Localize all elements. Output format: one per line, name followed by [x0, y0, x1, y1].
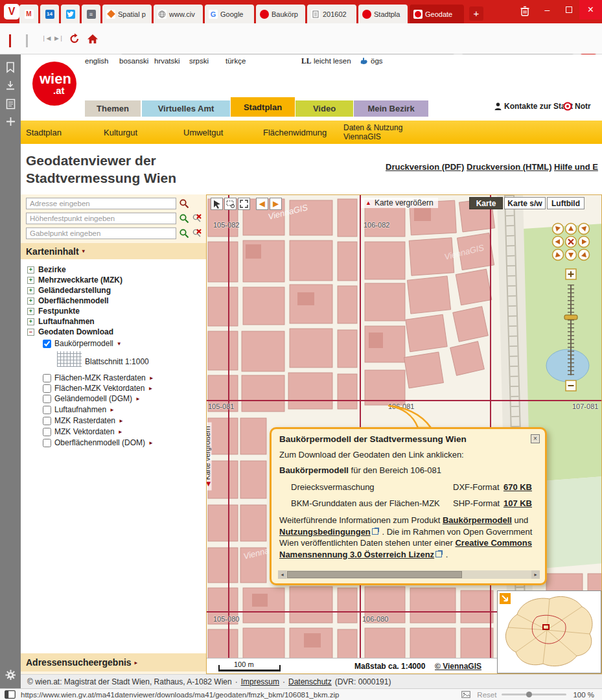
zoom-slider-handle[interactable]	[526, 692, 532, 697]
map-arrow-left-icon[interactable]: ◀	[256, 198, 268, 210]
clear-search-icon[interactable]	[192, 213, 202, 224]
tree-collapse-icon[interactable]: −	[27, 329, 34, 336]
tab-site-list[interactable]: ≡	[82, 5, 100, 23]
menu-flaechenwidmung[interactable]: Flächenwidmung	[263, 128, 327, 137]
chevron-right-icon[interactable]: ►	[119, 418, 124, 424]
lang-srpski[interactable]: srpski	[189, 57, 209, 65]
tab-themen[interactable]: Themen	[85, 100, 141, 117]
tree-item-gelaendedarstellung[interactable]: +Geländedarstellung	[27, 286, 111, 295]
view-luftbild-button[interactable]: Luftbild	[547, 197, 585, 209]
new-tab-button[interactable]: +	[469, 6, 483, 21]
panel-download-icon[interactable]	[5, 80, 16, 91]
menu-kulturgut[interactable]: Kulturgut	[104, 128, 137, 137]
close-icon[interactable]: ×	[531, 434, 540, 443]
panel-toggle-icon[interactable]	[5, 690, 16, 699]
tab-geodatenviewer-active[interactable]: Geodate	[410, 5, 464, 23]
karte-vergroessern-top[interactable]: ▲Karte vergrößern	[361, 198, 438, 208]
lang-english[interactable]: english	[85, 57, 108, 65]
clear-search-icon[interactable]	[192, 228, 202, 239]
viennagis-attribution-link[interactable]: © ViennaGIS	[435, 662, 481, 671]
lang-bosanski[interactable]: bosanski	[119, 57, 148, 65]
menu-stadtplan[interactable]: Stadtplan	[26, 128, 62, 137]
chevron-right-icon[interactable]: ►	[118, 429, 123, 435]
layer-mzk-vektor[interactable]: MZK Vektordaten►	[43, 427, 123, 436]
layer-flaechen-mzk-vektor[interactable]: Flächen-MZK Vektordaten►	[43, 384, 153, 393]
tab-google[interactable]: GGoogle	[205, 5, 254, 23]
tab-video[interactable]: Video	[295, 100, 353, 117]
reload-icon[interactable]	[69, 33, 80, 47]
chevron-right-icon[interactable]: ►	[149, 375, 154, 381]
overview-toggle-icon[interactable]	[500, 593, 511, 604]
wien-at-logo[interactable]: wien .at	[32, 62, 76, 106]
adressensuche-header[interactable]: Adressensucheergebnis▸	[21, 653, 206, 671]
tree-expand-icon[interactable]: +	[27, 318, 34, 325]
layer-baukoerpermodell[interactable]: Baukörpermodell▼	[43, 339, 122, 348]
menu-umweltgut[interactable]: Umweltgut	[183, 128, 223, 137]
zoom-slider-handle[interactable]	[564, 315, 577, 320]
download-link-shp[interactable]: 107 KB	[504, 498, 532, 508]
panel-add-icon[interactable]	[6, 117, 16, 126]
zoom-reset-button[interactable]: Reset	[477, 691, 496, 699]
tree-expand-icon[interactable]: +	[27, 287, 34, 294]
notruf-link[interactable]: Notr	[563, 102, 591, 111]
layer-checkbox[interactable]	[43, 439, 51, 447]
minimize-button[interactable]: –	[537, 0, 558, 19]
tab-spatial[interactable]: Spatial p	[102, 5, 152, 23]
oegs-link[interactable]: ögs	[371, 57, 383, 65]
baukoerpermodell-checkbox[interactable]	[43, 340, 51, 348]
tab-stadtplan[interactable]: Stadtpla	[358, 5, 408, 23]
popup-scrollbar[interactable]: ◂ ▸	[278, 570, 540, 579]
layer-checkbox[interactable]	[43, 406, 51, 414]
nutzungsbedingungen-link[interactable]: Nutzungsbedingungen	[279, 527, 371, 537]
search-icon[interactable]	[179, 213, 189, 224]
kontakte-zur-stadt-link[interactable]: Kontakte zur Stadt	[494, 102, 573, 111]
karteninhalt-header[interactable]: Karteninhalt▾	[21, 243, 206, 259]
image-icon[interactable]	[461, 691, 470, 698]
back-icon[interactable]	[9, 34, 11, 46]
layer-luftaufnahmen[interactable]: Luftaufnahmen►	[43, 405, 115, 414]
map-viewport[interactable]: ViennaGIS ViennaGIS ViennaGIS 105-082 10…	[206, 194, 602, 674]
scroll-left-icon[interactable]: ◂	[278, 570, 286, 579]
tab-www-civ[interactable]: www.civ	[154, 5, 203, 23]
zoom-box-icon[interactable]	[224, 198, 237, 210]
leicht-lesen-link[interactable]: leicht lesen	[314, 57, 351, 65]
pan-tool-icon[interactable]	[211, 198, 223, 210]
layer-checkbox[interactable]	[43, 384, 51, 393]
layer-mzk-raster[interactable]: MZK Rasterdaten►	[43, 416, 124, 425]
panel-notes-icon[interactable]	[6, 99, 16, 110]
tree-expand-icon[interactable]: +	[27, 266, 34, 274]
fastforward-icon[interactable]: ▶❘	[54, 35, 64, 41]
trash-icon[interactable]	[520, 5, 530, 19]
tab-gmail[interactable]: M	[19, 5, 38, 23]
lang-tuerkce[interactable]: türkçe	[226, 57, 246, 65]
zoom-slider-track[interactable]	[502, 694, 566, 695]
layer-flaechen-mzk-raster[interactable]: Flächen-MZK Rasterdaten►	[43, 373, 154, 382]
gabelpunkt-input[interactable]	[26, 228, 176, 239]
download-link-dxf[interactable]: 670 KB	[504, 482, 532, 492]
search-icon[interactable]	[179, 198, 189, 209]
adresse-input[interactable]	[26, 198, 176, 209]
druckversion-html-link[interactable]: Druckversion (HTML)	[467, 162, 551, 172]
chevron-right-icon[interactable]: ►	[148, 440, 154, 446]
tree-expand-icon[interactable]: +	[27, 308, 34, 315]
layer-oberflaechenmodell-dom[interactable]: Oberflächenmodell (DOM)►	[43, 438, 154, 447]
tab-mein-bezirk[interactable]: Mein Bezirk	[354, 100, 428, 117]
layer-checkbox[interactable]	[43, 395, 51, 403]
tab-twitter[interactable]	[61, 5, 80, 23]
layer-gelaendemodell[interactable]: Geländemodell (DGM)►	[43, 394, 141, 403]
compass-pad[interactable]	[553, 224, 590, 261]
chevron-right-icon[interactable]: ►	[135, 396, 141, 402]
rewind-icon[interactable]: ❘◀	[41, 35, 51, 41]
chevron-right-icon[interactable]: ►	[148, 386, 153, 391]
scroll-right-icon[interactable]: ▸	[531, 570, 540, 579]
tree-item-mzk[interactable]: +Mehrzweckkarte (MZK)	[27, 275, 122, 285]
tab-stadtplan[interactable]: Stadtplan	[231, 97, 295, 117]
vivaldi-logo[interactable]: V	[4, 4, 19, 19]
tab-document[interactable]: 201602	[307, 5, 356, 23]
layer-checkbox[interactable]	[43, 374, 51, 382]
menu-daten-nutzung[interactable]: Daten & NutzungViennaGIS	[343, 123, 402, 141]
tab-calendar[interactable]: 14	[40, 5, 59, 23]
tree-item-festpunkte[interactable]: +Festpunkte	[27, 307, 80, 316]
tab-virtuelles-amt[interactable]: Virtuelles Amt	[142, 100, 230, 117]
chevron-right-icon[interactable]: ►	[110, 407, 115, 413]
